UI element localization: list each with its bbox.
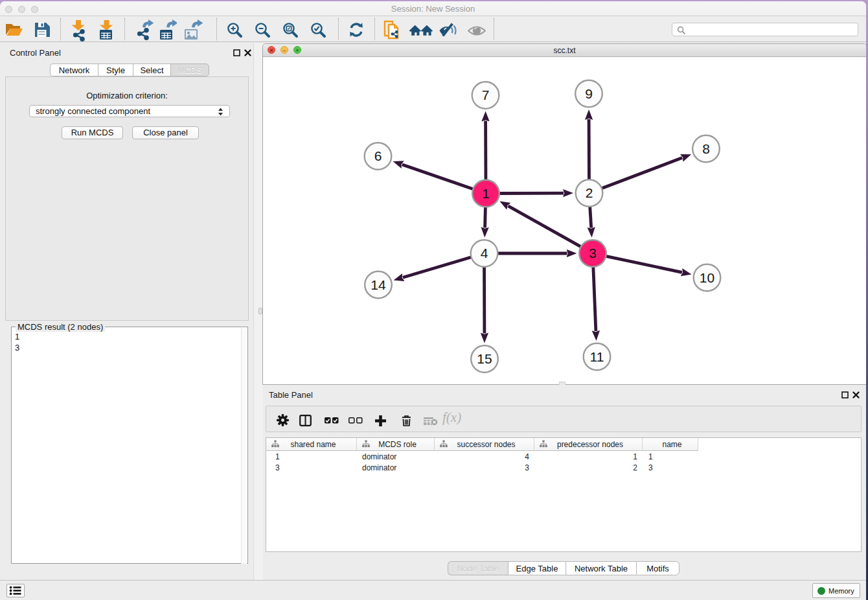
svg-text:6: 6 <box>374 148 382 163</box>
svg-text:9: 9 <box>585 86 593 101</box>
svg-text:7: 7 <box>482 87 490 102</box>
svg-text:15: 15 <box>477 351 492 366</box>
svg-text:14: 14 <box>371 277 386 292</box>
svg-text:1: 1 <box>482 186 490 201</box>
svg-text:8: 8 <box>702 141 710 156</box>
svg-text:11: 11 <box>590 349 604 364</box>
svg-text:2: 2 <box>586 185 593 200</box>
svg-text:4: 4 <box>481 246 488 260</box>
svg-text:10: 10 <box>700 270 714 285</box>
svg-text:3: 3 <box>589 246 597 260</box>
